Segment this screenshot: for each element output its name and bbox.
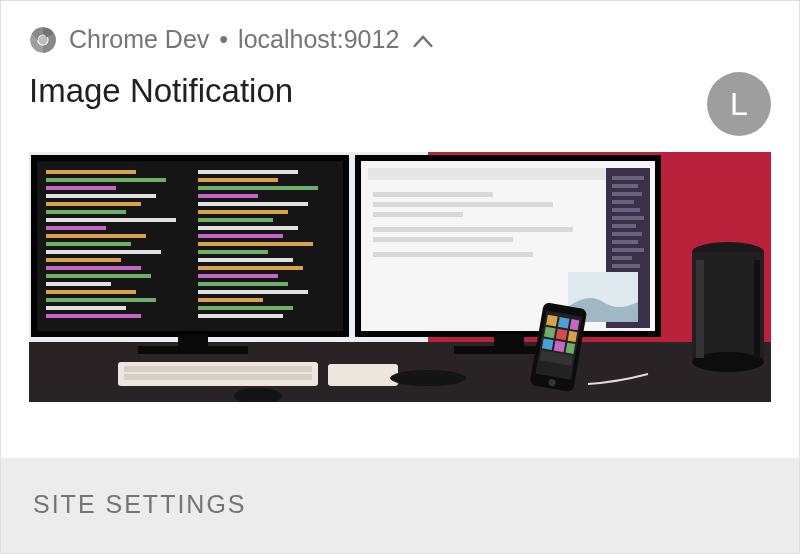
svg-rect-17 [46, 250, 161, 254]
svg-rect-65 [612, 248, 644, 252]
svg-rect-53 [373, 237, 513, 242]
svg-rect-86 [570, 319, 580, 330]
separator-dot: • [219, 25, 228, 54]
notification-actions: SITE SETTINGS [1, 458, 799, 553]
svg-rect-31 [198, 210, 288, 214]
svg-rect-21 [46, 282, 111, 286]
svg-rect-52 [373, 227, 573, 232]
svg-rect-57 [612, 184, 638, 188]
svg-rect-60 [612, 208, 640, 212]
svg-rect-34 [198, 234, 283, 238]
svg-rect-50 [373, 202, 553, 207]
svg-point-81 [390, 370, 466, 386]
svg-rect-75 [754, 260, 760, 358]
svg-rect-40 [198, 282, 288, 286]
svg-rect-22 [46, 290, 136, 294]
svg-rect-66 [612, 256, 632, 260]
avatar: L [707, 72, 771, 136]
svg-rect-14 [46, 226, 106, 230]
svg-rect-39 [198, 274, 278, 278]
svg-rect-87 [544, 327, 556, 339]
svg-rect-26 [198, 170, 298, 174]
svg-rect-91 [554, 341, 566, 353]
svg-rect-25 [46, 314, 141, 318]
svg-rect-20 [46, 274, 151, 278]
svg-rect-45 [178, 334, 208, 346]
app-name: Chrome Dev [69, 25, 209, 54]
svg-rect-8 [46, 178, 166, 182]
svg-rect-42 [198, 298, 263, 302]
svg-rect-67 [612, 264, 640, 268]
svg-rect-44 [198, 314, 283, 318]
svg-rect-54 [373, 252, 533, 257]
svg-rect-89 [568, 331, 578, 342]
svg-rect-38 [198, 266, 303, 270]
svg-rect-11 [46, 202, 141, 206]
svg-rect-19 [46, 266, 141, 270]
notification-card: Chrome Dev • localhost:9012 Image Notifi… [1, 1, 799, 553]
avatar-letter: L [730, 86, 748, 123]
svg-rect-85 [558, 317, 570, 329]
svg-rect-43 [198, 306, 293, 310]
svg-rect-61 [612, 216, 644, 220]
svg-rect-30 [198, 202, 308, 206]
svg-rect-18 [46, 258, 121, 262]
svg-rect-84 [546, 315, 558, 327]
svg-rect-92 [566, 343, 576, 354]
collapse-icon[interactable] [413, 25, 433, 54]
svg-rect-33 [198, 226, 298, 230]
svg-rect-29 [198, 194, 258, 198]
svg-rect-88 [556, 329, 568, 341]
svg-rect-27 [198, 178, 278, 182]
svg-rect-62 [612, 224, 636, 228]
notification-title-row: Image Notification L [1, 64, 799, 152]
svg-rect-69 [494, 334, 524, 346]
svg-rect-16 [46, 242, 131, 246]
svg-rect-78 [124, 374, 312, 380]
svg-rect-90 [542, 338, 554, 350]
svg-rect-58 [612, 192, 642, 196]
svg-rect-56 [612, 176, 644, 180]
svg-rect-36 [198, 250, 268, 254]
notification-image-wrap [1, 152, 799, 430]
svg-rect-74 [696, 260, 704, 358]
svg-rect-9 [46, 186, 116, 190]
notification-title: Image Notification [29, 72, 293, 110]
svg-rect-12 [46, 210, 126, 214]
svg-rect-32 [198, 218, 273, 222]
svg-rect-46 [138, 346, 248, 354]
svg-rect-23 [46, 298, 156, 302]
svg-rect-64 [612, 240, 638, 244]
site-settings-button[interactable]: SITE SETTINGS [33, 490, 247, 518]
svg-rect-59 [612, 200, 634, 204]
svg-rect-37 [198, 258, 293, 262]
svg-rect-79 [328, 364, 398, 386]
svg-rect-77 [124, 366, 312, 372]
svg-rect-10 [46, 194, 156, 198]
svg-rect-51 [373, 212, 463, 217]
chrome-icon [29, 26, 57, 54]
svg-rect-41 [198, 290, 308, 294]
svg-rect-49 [373, 192, 493, 197]
svg-rect-28 [198, 186, 318, 190]
notification-header: Chrome Dev • localhost:9012 [1, 1, 799, 64]
notification-image [29, 152, 771, 402]
svg-rect-24 [46, 306, 126, 310]
origin-host: localhost:9012 [238, 25, 399, 54]
svg-rect-35 [198, 242, 313, 246]
svg-rect-63 [612, 232, 642, 236]
svg-rect-13 [46, 218, 176, 222]
svg-rect-7 [46, 170, 136, 174]
notification-source: Chrome Dev • localhost:9012 [69, 25, 433, 54]
svg-rect-15 [46, 234, 146, 238]
